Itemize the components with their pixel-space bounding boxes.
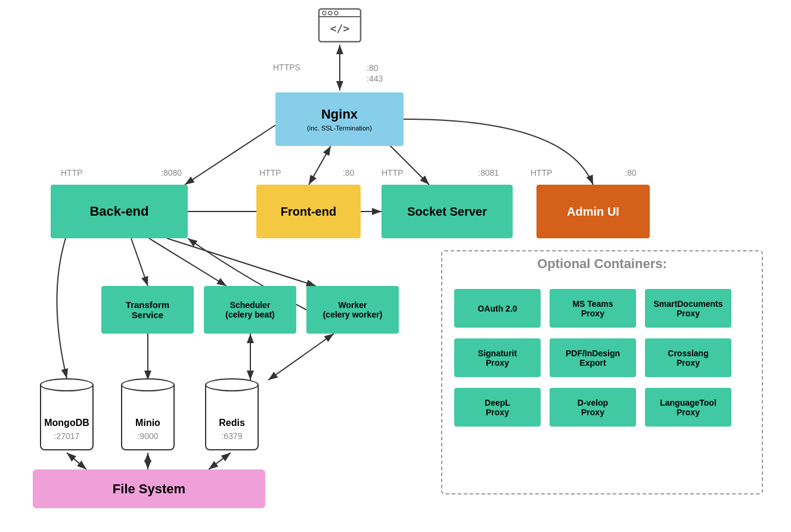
port-8081-label: :8081: [478, 168, 499, 178]
minio-port: :9000: [137, 431, 158, 441]
cyl-body-mongodb: MongoDB :27017: [40, 385, 94, 450]
port-80b-label: :80: [625, 168, 636, 178]
svg-line-8: [131, 238, 148, 286]
browser-icon: </>: [316, 6, 364, 45]
svg-point-20: [322, 11, 326, 15]
svg-line-10: [167, 238, 316, 286]
opt-smartdocs: SmartDocumentsProxy: [645, 289, 731, 328]
port-8080-label: :8080: [161, 168, 182, 178]
http-label-2: HTTP: [259, 168, 281, 178]
backend-label: Back-end: [89, 204, 148, 219]
opt-msteams: MS TeamsProxy: [550, 289, 636, 328]
mongodb-cylinder: MongoDB :27017: [40, 378, 94, 457]
nginx-box: Nginx (inc. SSL-Termination): [275, 92, 404, 146]
frontend-box: Front-end: [256, 185, 361, 238]
port-80a-label: :80: [343, 168, 354, 178]
cyl-top-redis: [205, 378, 259, 391]
nginx-label: Nginx: [321, 107, 358, 122]
filesystem-label: File System: [113, 481, 185, 497]
http-label-1: HTTP: [61, 168, 83, 178]
svg-point-22: [334, 11, 338, 15]
http-label-4: HTTP: [531, 168, 553, 178]
opt-dvelop: D-velopProxy: [550, 388, 636, 427]
svg-line-9: [149, 238, 227, 286]
http-label-3: HTTP: [381, 168, 404, 178]
optional-title: Optional Containers:: [447, 256, 757, 272]
opt-oauth: OAuth 2.0: [454, 289, 541, 328]
cyl-body-minio: Minio :9000: [121, 385, 175, 450]
redis-cylinder: Redis :6379: [205, 378, 259, 457]
svg-text:</>: </>: [330, 22, 350, 35]
redis-port: :6379: [221, 431, 242, 441]
port-80-443-label: :80:443: [367, 63, 383, 84]
mongodb-label: MongoDB: [44, 418, 89, 428]
architecture-diagram: </> HTTPS :80:443 Nginx (inc. SSL-Termin…: [0, 0, 791, 532]
worker-box: Worker(celery worker): [306, 286, 399, 334]
redis-label: Redis: [219, 418, 245, 428]
frontend-label: Front-end: [281, 205, 336, 219]
scheduler-label: Scheduler(celery beat): [225, 300, 274, 319]
transform-label: TransformService: [126, 300, 169, 320]
minio-cylinder: Minio :9000: [121, 378, 175, 457]
scheduler-box: Scheduler(celery beat): [204, 286, 296, 334]
worker-label: Worker(celery worker): [323, 300, 383, 319]
opt-pdf-indesign: PDF/InDesignExport: [550, 338, 636, 377]
cyl-top-mongodb: [40, 378, 94, 391]
backend-box: Back-end: [51, 185, 188, 238]
admin-box: Admin UI: [536, 185, 650, 238]
svg-point-21: [328, 11, 332, 15]
opt-deepl: DeepLProxy: [454, 388, 541, 427]
minio-label: Minio: [135, 418, 160, 428]
opt-crosslang: CrosslangProxy: [645, 338, 731, 377]
mongodb-port: :27017: [54, 431, 80, 441]
socket-label: Socket Server: [407, 205, 486, 219]
https-label: HTTPS: [273, 63, 300, 72]
transform-box: TransformService: [101, 286, 194, 334]
cyl-body-redis: Redis :6379: [205, 385, 259, 450]
opt-languagetool: LanguageToolProxy: [645, 388, 731, 427]
cyl-top-minio: [121, 378, 175, 391]
svg-line-13: [268, 334, 334, 380]
filesystem-box: File System: [33, 469, 265, 508]
nginx-sublabel: (inc. SSL-Termination): [307, 125, 372, 132]
opt-signaturit: SignaturitProxy: [454, 338, 541, 377]
socket-box: Socket Server: [381, 185, 513, 238]
admin-label: Admin UI: [567, 205, 619, 219]
svg-line-6: [309, 146, 331, 185]
